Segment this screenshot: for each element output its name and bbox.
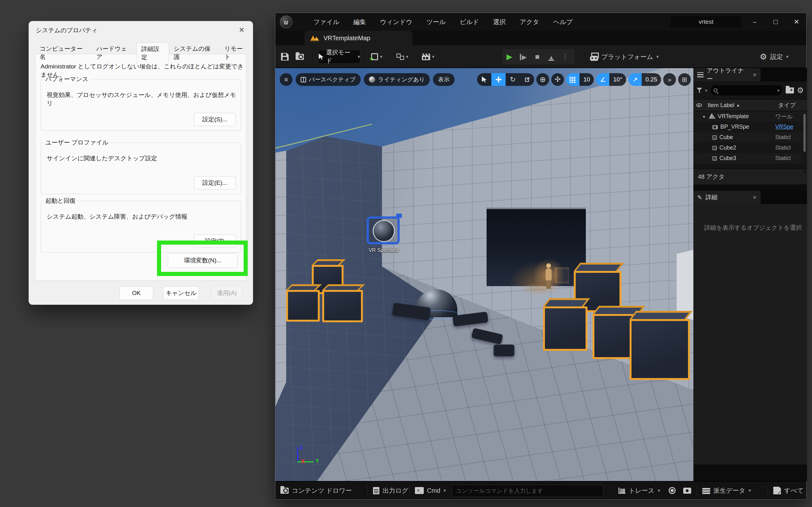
derived-data-dropdown[interactable]: 派生データ [702,482,751,499]
tab-computer-name[interactable]: コンピューター名 [35,42,92,64]
unreal-logo-icon[interactable]: u [280,15,293,28]
editor-main-area: VR Spectator Z Y X ≡ パースペクティブ [275,68,806,481]
camera-speed-overflow-icon[interactable]: » [663,73,676,86]
add-actor-button[interactable] [371,50,383,64]
save-all-button[interactable]: すべて [773,482,803,499]
menu-file[interactable]: ファイル [306,13,346,31]
user-profiles-desc: サインインに関連したデスクトップ設定 [47,154,157,163]
outliner-row-vrtemplate[interactable]: VRTemplate ワール [693,111,807,122]
menu-build[interactable]: ビルド [453,13,486,31]
eject-icon[interactable]: ▲ [544,52,558,61]
menu-window[interactable]: ウィンドウ [373,13,419,31]
viewport-options-icon[interactable]: ≡ [280,73,293,86]
view-mode-dropdown[interactable]: ライティングあり [364,73,430,86]
menu-edit[interactable]: 編集 [346,13,373,31]
maximize-viewport-icon[interactable]: ⊞ [678,73,691,86]
user-profiles-settings-button[interactable]: 設定(E)... [194,176,236,189]
rotate-tool[interactable]: ↻ [506,73,520,86]
chevron-down-icon[interactable]: ▾ [777,88,780,93]
scale-tool[interactable] [520,73,534,86]
outliner-settings-gear-icon[interactable]: ⚙ [797,87,804,94]
insights-record-button[interactable] [669,482,676,499]
editor-mode-dropdown[interactable]: 選択モード [318,50,360,64]
desktop: u ファイル 編集 ウィンドウ ツール ビルド 選択 アクタ ヘルプ vrtes… [0,0,812,507]
platforms-dropdown[interactable]: プラットフォーム [590,50,659,64]
menu-actor[interactable]: アクタ [513,13,546,31]
settings-dropdown[interactable]: ⚙ 設定 [760,50,789,64]
eject-triangle-icon: ▲ [548,55,554,61]
outliner-row-cube2[interactable]: Cube2 Staticl [693,143,807,153]
frame-skip-icon[interactable]: ▶ [516,52,530,61]
console-command-input[interactable] [452,485,603,497]
rotation-snap-control[interactable]: ∠ 10° [596,73,626,86]
visibility-column-eye-icon[interactable] [693,102,705,109]
scale-snap-value: 0.25 [642,73,661,86]
filter-icon[interactable] [697,88,702,93]
cancel-button[interactable]: キャンセル [163,286,199,300]
system-properties-dialog[interactable]: システムのプロパティ ✕ コンピューター名 ハードウェア 詳細設定 システムの保… [29,21,253,305]
world-local-toggle[interactable]: ⊕ [537,73,549,86]
move-tool[interactable] [491,73,506,86]
environment-variables-button[interactable]: 環境変数(N)... [168,253,238,268]
column-item-label[interactable]: Item Label ▲ [705,102,775,109]
tab-system-protection[interactable]: システムの保護 [169,42,220,64]
collapse-caret-icon[interactable] [703,113,706,120]
titlebar[interactable]: u ファイル 編集 ウィンドウ ツール ビルド 選択 アクタ ヘルプ vrtes… [275,13,806,31]
stop-icon[interactable]: ■ [530,52,544,61]
tab-level-vrtemplatemap[interactable]: VRTemplateMap [305,31,412,45]
content-drawer-button[interactable]: コンテンツ ドロワー [281,482,352,499]
log-icon [373,487,379,494]
close-icon[interactable]: ✕ [753,72,757,78]
save-button[interactable] [281,50,289,64]
tab-hardware[interactable]: ハードウェア [92,42,137,64]
cinematics-button[interactable] [422,50,435,64]
close-icon[interactable]: ✕ [790,13,803,31]
trace-dropdown[interactable]: トレース [618,482,660,499]
tab-outliner[interactable]: アウトライナー ✕ [693,68,761,81]
tab-details[interactable]: ✎ 詳細 ✕ [693,191,761,204]
screenshot-button[interactable] [683,482,691,499]
outliner-actor-count: 48 アクタ [693,169,807,184]
scale-snap-control[interactable]: ↗ 0.25 [628,73,661,86]
menu-select[interactable]: 選択 [486,13,513,31]
blueprints-button[interactable] [397,50,409,64]
statusbar-separator [768,485,768,497]
ok-button[interactable]: OK [119,286,153,300]
play-options-icon[interactable]: ⋮ [558,53,572,60]
grid-snap-icon [566,73,579,86]
console-mode-dropdown[interactable]: >_ Cmd [415,482,446,499]
performance-settings-button[interactable]: 設定(S)... [194,113,236,126]
close-icon[interactable]: ✕ [753,194,757,201]
axis-gizmo: Z Y X [293,447,321,469]
perspective-dropdown[interactable]: パースペクティブ [296,73,361,86]
select-tool[interactable] [477,73,491,86]
outliner-search-input[interactable]: ▾ [710,84,783,96]
outliner-row-cube[interactable]: Cube Staticl [693,132,807,143]
outliner-row-cube3[interactable]: Cube3 Staticl [693,153,807,164]
outliner-row-bp-vrspectator[interactable]: BP_VRSpe VRSpe [693,122,807,132]
surface-snapping-button[interactable]: ✣ [551,73,564,86]
settings-label: 設定 [770,53,783,61]
column-type[interactable]: タイプ [775,101,807,109]
level-viewport[interactable]: VR Spectator Z Y X ≡ パースペクティブ [275,68,693,481]
tab-remote[interactable]: リモート [220,42,253,64]
statusbar-separator [409,485,409,497]
grid-snap-control[interactable]: 10 [566,73,594,86]
tab-advanced[interactable]: 詳細設定 [137,43,169,64]
menu-tools[interactable]: ツール [419,13,453,31]
outliner-scrollbar[interactable] [803,112,806,173]
chevron-down-icon[interactable]: ▾ [705,88,707,93]
minimize-icon[interactable]: – [748,13,762,31]
output-log-button[interactable]: 出力ログ [373,482,408,499]
show-dropdown[interactable]: 表示 [433,73,455,86]
details-empty-hint: 詳細を表示するオブジェクトを選択 [704,224,802,232]
apply-button[interactable]: 適用(A) [212,286,242,300]
close-icon[interactable]: ✕ [236,25,247,35]
vr-spectator-camera[interactable] [367,216,400,244]
create-folder-icon[interactable] [786,88,794,94]
unreal-editor-window: u ファイル 編集 ウィンドウ ツール ビルド 選択 アクタ ヘルプ vrtes… [275,13,807,500]
menu-help[interactable]: ヘルプ [546,13,579,31]
maximize-icon[interactable]: □ [768,13,782,31]
content-browser-button[interactable] [296,50,304,64]
play-icon[interactable]: ▶ [502,52,516,61]
